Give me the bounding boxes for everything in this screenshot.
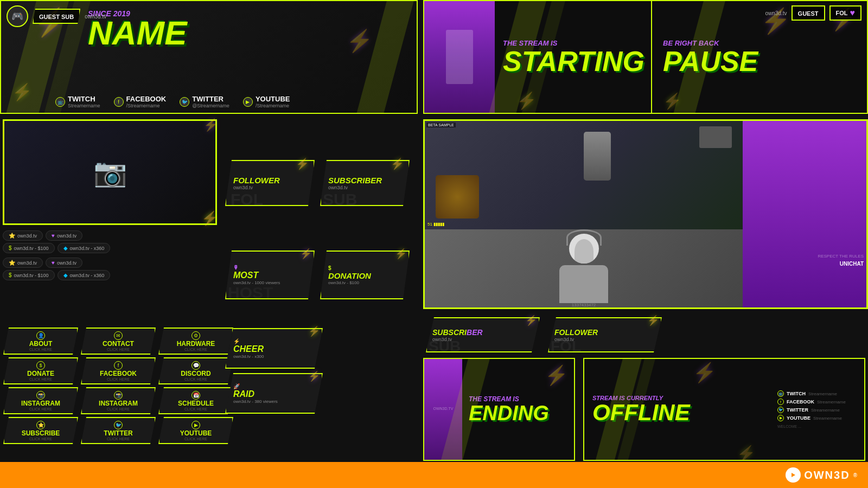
discord-icon: 💬 (192, 361, 200, 370)
donate-label: DONATE (27, 370, 54, 377)
offline-facebook-platform: FACEBOOK (787, 399, 814, 404)
follower-stat-watermark: own3d.tv (233, 185, 307, 190)
social-twitch: 📺 TWITCH Streamername (55, 95, 100, 108)
facebook-icon: f (114, 97, 124, 107)
pill-dollar-1: $ own3d.tv - $100 (3, 243, 55, 253)
youtube-label: YOUTUBE (256, 95, 290, 103)
subscribe-icon: ⭐ (36, 421, 45, 429)
most-icon-row: 🎙 (233, 265, 307, 271)
dollar-icon-2: $ (9, 272, 12, 278)
camera-placeholder-icon: 📷 (93, 157, 127, 188)
nav-instagram-1[interactable]: 📸 INSTAGRAM CLICK HERE (3, 387, 78, 414)
donate-sublabel: CLICK HERE (29, 377, 52, 381)
contact-icon: ✉ (114, 331, 123, 340)
nav-youtube[interactable]: ▶ YOUTUBE CLICK HERE (158, 417, 233, 444)
nav-facebook-sublabel: CLICK HERE (107, 377, 130, 381)
hardware-sublabel: CLICK HERE (184, 348, 207, 351)
sub-bg-text: SUB (429, 338, 461, 355)
twitch-label: TWITCH (68, 95, 100, 103)
twitter-icon: 🐦 (180, 97, 189, 107)
instagram2-content: 📸 INSTAGRAM CLICK HERE (81, 387, 156, 414)
star-icon-2: ⭐ (9, 260, 15, 266)
nav-facebook-content: f FACEBOOK CLICK HERE (81, 357, 156, 384)
social-facebook: f FACEBOOK /Streamername (114, 95, 167, 108)
nav-youtube-icon: ▶ (192, 421, 200, 429)
character-icon: 🎮 (7, 5, 28, 27)
subscriber-stat-content: SUBSCRIBER SUB own3d.tv (320, 160, 410, 206)
stream-follower-badge: ⚡ FOLLOWER FOL own3d.tv (548, 317, 662, 352)
guest-badge-starting: GUEST (792, 5, 825, 21)
donation-icon: $ (328, 265, 401, 271)
nav-twitter-content: 🐦 TWITTER CLICK HERE (81, 417, 156, 444)
headphones (566, 229, 602, 246)
instagram1-sublabel: CLICK HERE (29, 407, 52, 411)
heart-icon-2: ♥ (52, 260, 55, 266)
info-pills-row1: ⭐ own3d.tv ♥ own3d.tv (3, 230, 220, 241)
twitter-handle: @Streamername (192, 103, 229, 108)
subscribe-sublabel: CLICK HERE (29, 437, 52, 441)
own3d-text: OWN3D (804, 469, 850, 481)
diamond-icon-2: ◆ (63, 272, 68, 278)
pill-star-1: ⭐ own3d.tv (3, 230, 43, 241)
subscriber-stat-title: SUBSCRIBER (328, 176, 401, 185)
nav-discord[interactable]: 💬 DISCORD CLICK HERE (158, 357, 233, 384)
donate-icon: $ (36, 361, 45, 370)
overlay-banner: ⚡ ⚡ ⚡ 🎮 GUEST SUB own3d.tv SINCE 2019 NA… (0, 0, 418, 114)
donation-value: own3d.tv - $100 (328, 280, 401, 285)
offline-socials-area: 📺 TWITCH Streamername f FACEBOOK Streame… (772, 359, 864, 460)
nav-instagram-2[interactable]: 📸 INSTAGRAM CLICK HERE (81, 387, 156, 414)
discord-label: DISCORD (181, 370, 210, 377)
follower-stat-title: FOLLOWER (233, 176, 307, 185)
contact-content: ✉ CONTacT CLICK HERE (81, 328, 156, 355)
nav-facebook[interactable]: f FACEBOOK CLICK HERE (81, 357, 156, 384)
stream-subscriber-title: SUBSCRIBER (432, 328, 533, 337)
nav-about[interactable]: 👤 ABOUT CLICK HERE (3, 328, 78, 355)
nav-contact[interactable]: ✉ CONTacT CLICK HERE (81, 328, 156, 355)
heart-icon-1: ♥ (52, 233, 55, 239)
offline-twitch-platform: TWITCH (787, 391, 806, 396)
nav-youtube-sublabel: CLICK HERE (184, 437, 207, 441)
starting-video-area (424, 1, 495, 113)
nav-panels-grid: 👤 ABOUT CLICK HERE ✉ CONTacT CLICK HERE … (1, 325, 235, 446)
nav-subscribe[interactable]: ⭐ SUBSCRIBE CLICK HERE (3, 417, 78, 444)
guest-sub-badge: GUEST SUB (33, 9, 80, 24)
game-element-2 (699, 126, 732, 148)
webcam-inner: 📷 (4, 121, 215, 223)
nav-twitter[interactable]: 🐦 TWITTER CLICK HERE (81, 417, 156, 444)
nav-twitter-sublabel: CLICK HERE (107, 437, 130, 441)
donation-title: DONATION (328, 271, 401, 280)
cheer-panel: ⚡ ⚡ CHEER own3d.tv - x300 (225, 328, 323, 369)
offline-facebook-icon: f (777, 399, 784, 405)
offline-youtube-icon: ▶ (777, 415, 784, 421)
info-pills-row4: $ own3d.tv - $100 ◆ own3d.tv - x360 (3, 270, 220, 280)
instagram2-sublabel: CLICK HERE (107, 407, 130, 411)
webcam-panel: 📷 ⚡ ⚡ (3, 119, 217, 225)
nav-schedule[interactable]: 📅 SCHEDULE CLICK HERE (158, 387, 233, 414)
person-figure (559, 234, 608, 303)
offline-youtube-platform: YOUTUBE (787, 415, 810, 421)
discord-content: 💬 DISCORD CLICK HERE (158, 357, 233, 384)
ending-chat-label: own3d.tv (433, 407, 454, 410)
nav-hardware[interactable]: ⚙ HARDWARE CLICK HERE (158, 328, 233, 355)
donate-content: $ DONATE CLICK HERE (3, 357, 78, 384)
nav-donate[interactable]: $ DONATE CLICK HERE (3, 357, 78, 384)
pill-text-3: own3d.tv - $100 (14, 246, 49, 251)
cheer-content: ⚡ CHEER own3d.tv - x300 (225, 328, 323, 369)
twitter-label: TWITTER (192, 95, 229, 103)
instagram2-label: INSTAGRAM (99, 400, 138, 407)
raid-content: 🚀 RAID own3d.tv - 380 viewers (225, 373, 323, 414)
contact-sublabel: CLICK HERE (107, 348, 130, 351)
person-body (559, 265, 608, 303)
cheer-value: own3d.tv - x300 (233, 354, 315, 359)
svg-marker-0 (792, 473, 795, 477)
event-panels-area: ⚡ ⚡ CHEER own3d.tv - x300 ⚡ 🚀 RAID own3d… (225, 328, 323, 414)
schedule-sublabel: CLICK HERE (184, 407, 207, 411)
subscriber-stat-watermark: own3d.tv (328, 185, 401, 190)
game-element-1 (436, 175, 479, 219)
nav-youtube-label: YOUTUBE (180, 429, 212, 437)
info-pills-area-2: ⭐ own3d.tv ♥ own3d.tv $ own3d.tv - $100 … (3, 258, 220, 280)
social-youtube: ▶ YOUTUBE /Streamername (243, 95, 290, 108)
follower-bg-text: FOL (231, 190, 263, 209)
youtube-handle: /Streamername (256, 103, 290, 108)
heart-icon: ♥ (850, 8, 856, 18)
